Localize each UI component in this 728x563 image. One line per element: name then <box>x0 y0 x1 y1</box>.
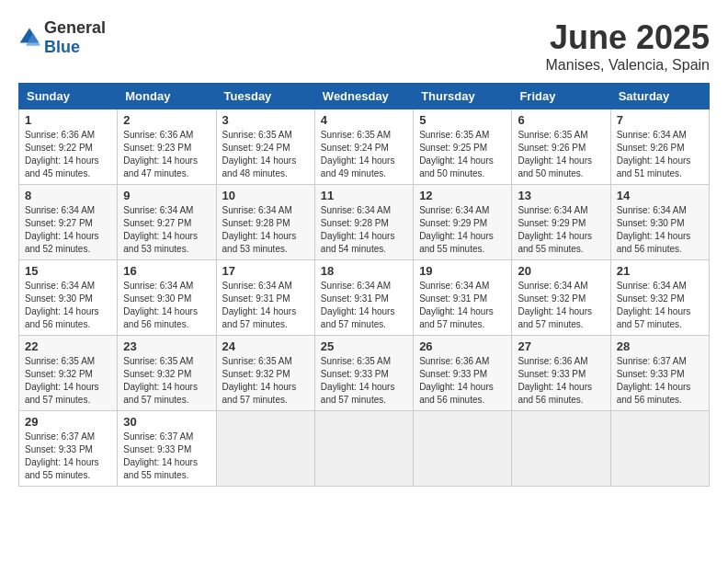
col-header-sunday: Sunday <box>19 84 118 109</box>
page-header: General Blue June 2025 Manises, Valencia… <box>18 18 710 74</box>
day-number: 27 <box>518 339 604 353</box>
day-number: 2 <box>123 113 210 127</box>
col-header-wednesday: Wednesday <box>314 84 413 109</box>
day-number: 15 <box>25 264 111 278</box>
day-number: 21 <box>617 264 703 278</box>
day-info: Sunrise: 6:36 AMSunset: 9:33 PMDaylight:… <box>419 355 506 407</box>
day-info: Sunrise: 6:37 AMSunset: 9:33 PMDaylight:… <box>617 355 703 407</box>
day-number: 5 <box>419 113 506 127</box>
day-info: Sunrise: 6:35 AMSunset: 9:32 PMDaylight:… <box>222 355 309 407</box>
calendar-cell: 4 Sunrise: 6:35 AMSunset: 9:24 PMDayligh… <box>314 109 413 185</box>
calendar-cell <box>512 411 610 487</box>
month-title: June 2025 <box>546 18 710 57</box>
calendar-cell: 23 Sunrise: 6:35 AMSunset: 9:32 PMDaylig… <box>118 336 216 411</box>
calendar-cell: 22 Sunrise: 6:35 AMSunset: 9:32 PMDaylig… <box>19 336 118 411</box>
day-info: Sunrise: 6:36 AMSunset: 9:33 PMDaylight:… <box>518 355 604 407</box>
title-block: June 2025 Manises, Valencia, Spain <box>546 18 710 74</box>
calendar-header-row: SundayMondayTuesdayWednesdayThursdayFrid… <box>19 84 710 109</box>
day-number: 26 <box>419 339 506 353</box>
day-info: Sunrise: 6:35 AMSunset: 9:24 PMDaylight:… <box>321 129 407 180</box>
day-info: Sunrise: 6:34 AMSunset: 9:30 PMDaylight:… <box>617 204 703 256</box>
day-number: 28 <box>617 339 703 353</box>
calendar-cell <box>414 411 512 487</box>
day-info: Sunrise: 6:34 AMSunset: 9:28 PMDaylight:… <box>321 204 407 256</box>
day-number: 11 <box>321 189 407 202</box>
calendar-cell: 10 Sunrise: 6:34 AMSunset: 9:28 PMDaylig… <box>216 185 314 260</box>
day-info: Sunrise: 6:35 AMSunset: 9:33 PMDaylight:… <box>321 355 407 407</box>
day-info: Sunrise: 6:36 AMSunset: 9:23 PMDaylight:… <box>123 129 210 180</box>
day-number: 25 <box>321 339 407 353</box>
calendar-cell: 8 Sunrise: 6:34 AMSunset: 9:27 PMDayligh… <box>19 185 118 260</box>
day-number: 12 <box>419 189 506 202</box>
calendar-cell: 26 Sunrise: 6:36 AMSunset: 9:33 PMDaylig… <box>414 336 512 411</box>
day-number: 4 <box>321 113 407 127</box>
logo-icon <box>18 27 40 49</box>
day-number: 16 <box>123 264 210 278</box>
day-info: Sunrise: 6:34 AMSunset: 9:32 PMDaylight:… <box>518 280 604 331</box>
day-number: 24 <box>222 339 309 353</box>
calendar-cell: 29 Sunrise: 6:37 AMSunset: 9:33 PMDaylig… <box>19 411 118 487</box>
calendar-cell: 6 Sunrise: 6:35 AMSunset: 9:26 PMDayligh… <box>512 109 610 185</box>
day-number: 6 <box>518 113 604 127</box>
day-number: 19 <box>419 264 506 278</box>
calendar-cell: 16 Sunrise: 6:34 AMSunset: 9:30 PMDaylig… <box>118 260 216 336</box>
day-number: 10 <box>222 189 309 202</box>
calendar-cell: 2 Sunrise: 6:36 AMSunset: 9:23 PMDayligh… <box>118 109 216 185</box>
calendar-cell: 24 Sunrise: 6:35 AMSunset: 9:32 PMDaylig… <box>216 336 314 411</box>
day-info: Sunrise: 6:35 AMSunset: 9:26 PMDaylight:… <box>518 129 604 180</box>
calendar-cell: 21 Sunrise: 6:34 AMSunset: 9:32 PMDaylig… <box>610 260 709 336</box>
calendar-cell: 11 Sunrise: 6:34 AMSunset: 9:28 PMDaylig… <box>314 185 413 260</box>
day-info: Sunrise: 6:34 AMSunset: 9:30 PMDaylight:… <box>123 280 210 331</box>
day-number: 9 <box>123 189 210 202</box>
calendar-cell: 13 Sunrise: 6:34 AMSunset: 9:29 PMDaylig… <box>512 185 610 260</box>
logo-blue: Blue <box>44 38 80 56</box>
day-number: 14 <box>617 189 703 202</box>
calendar-cell: 7 Sunrise: 6:34 AMSunset: 9:26 PMDayligh… <box>610 109 709 185</box>
day-number: 20 <box>518 264 604 278</box>
col-header-thursday: Thursday <box>414 84 512 109</box>
col-header-saturday: Saturday <box>610 84 709 109</box>
day-info: Sunrise: 6:34 AMSunset: 9:31 PMDaylight:… <box>321 280 407 331</box>
calendar-cell: 30 Sunrise: 6:37 AMSunset: 9:33 PMDaylig… <box>118 411 216 487</box>
day-info: Sunrise: 6:34 AMSunset: 9:29 PMDaylight:… <box>518 204 604 256</box>
day-info: Sunrise: 6:34 AMSunset: 9:30 PMDaylight:… <box>25 280 111 331</box>
day-info: Sunrise: 6:34 AMSunset: 9:28 PMDaylight:… <box>222 204 309 256</box>
day-number: 18 <box>321 264 407 278</box>
day-info: Sunrise: 6:34 AMSunset: 9:26 PMDaylight:… <box>617 129 703 180</box>
calendar-week-4: 22 Sunrise: 6:35 AMSunset: 9:32 PMDaylig… <box>19 336 710 411</box>
col-header-friday: Friday <box>512 84 610 109</box>
day-number: 13 <box>518 189 604 202</box>
day-info: Sunrise: 6:34 AMSunset: 9:27 PMDaylight:… <box>123 204 210 256</box>
day-info: Sunrise: 6:35 AMSunset: 9:32 PMDaylight:… <box>25 355 111 407</box>
day-number: 1 <box>25 113 111 127</box>
col-header-monday: Monday <box>118 84 216 109</box>
day-number: 8 <box>25 189 111 202</box>
calendar-cell: 9 Sunrise: 6:34 AMSunset: 9:27 PMDayligh… <box>118 185 216 260</box>
calendar-table: SundayMondayTuesdayWednesdayThursdayFrid… <box>18 83 710 487</box>
location-title: Manises, Valencia, Spain <box>546 57 710 74</box>
day-number: 29 <box>25 415 111 429</box>
calendar-cell: 15 Sunrise: 6:34 AMSunset: 9:30 PMDaylig… <box>19 260 118 336</box>
calendar-cell <box>314 411 413 487</box>
day-info: Sunrise: 6:34 AMSunset: 9:29 PMDaylight:… <box>419 204 506 256</box>
calendar-week-3: 15 Sunrise: 6:34 AMSunset: 9:30 PMDaylig… <box>19 260 710 336</box>
day-number: 17 <box>222 264 309 278</box>
col-header-tuesday: Tuesday <box>216 84 314 109</box>
day-number: 3 <box>222 113 309 127</box>
day-info: Sunrise: 6:34 AMSunset: 9:31 PMDaylight:… <box>419 280 506 331</box>
logo: General Blue <box>18 18 106 57</box>
calendar-cell: 27 Sunrise: 6:36 AMSunset: 9:33 PMDaylig… <box>512 336 610 411</box>
day-info: Sunrise: 6:36 AMSunset: 9:22 PMDaylight:… <box>25 129 111 180</box>
calendar-cell: 25 Sunrise: 6:35 AMSunset: 9:33 PMDaylig… <box>314 336 413 411</box>
day-info: Sunrise: 6:34 AMSunset: 9:31 PMDaylight:… <box>222 280 309 331</box>
calendar-cell: 14 Sunrise: 6:34 AMSunset: 9:30 PMDaylig… <box>610 185 709 260</box>
day-number: 7 <box>617 113 703 127</box>
calendar-week-2: 8 Sunrise: 6:34 AMSunset: 9:27 PMDayligh… <box>19 185 710 260</box>
calendar-cell <box>610 411 709 487</box>
day-number: 30 <box>123 415 210 429</box>
day-info: Sunrise: 6:34 AMSunset: 9:27 PMDaylight:… <box>25 204 111 256</box>
day-info: Sunrise: 6:35 AMSunset: 9:25 PMDaylight:… <box>419 129 506 180</box>
day-info: Sunrise: 6:35 AMSunset: 9:24 PMDaylight:… <box>222 129 309 180</box>
calendar-week-5: 29 Sunrise: 6:37 AMSunset: 9:33 PMDaylig… <box>19 411 710 487</box>
calendar-cell: 28 Sunrise: 6:37 AMSunset: 9:33 PMDaylig… <box>610 336 709 411</box>
